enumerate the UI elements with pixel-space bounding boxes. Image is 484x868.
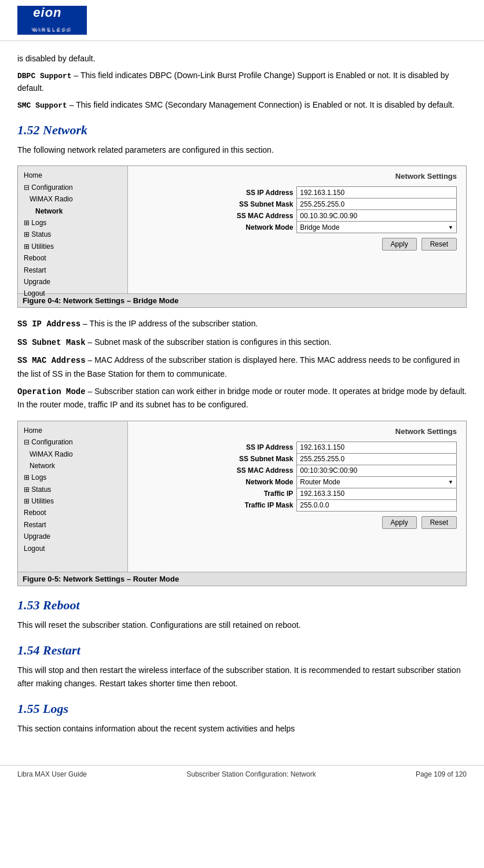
r-traffic-mask-value[interactable]: 255.0.0.0: [297, 499, 457, 511]
section-154-text: This will stop and then restart the wire…: [17, 664, 467, 690]
nav2-logout[interactable]: Logout: [21, 543, 124, 554]
figure-bridge-caption-text: Network Settings: [63, 296, 124, 305]
company-logo: eionWIRELESS: [17, 6, 87, 35]
ss-ip-value[interactable]: 192.163.1.150: [297, 187, 457, 198]
bridge-button-row: Apply Reset: [137, 238, 457, 251]
nav2-network[interactable]: Network: [21, 460, 124, 472]
ss-ip-description: SS IP Address – This is the IP address o…: [17, 317, 467, 330]
router-reset-button[interactable]: Reset: [421, 516, 457, 529]
ss-mac-value[interactable]: 00.10.30.9C.00.90: [297, 210, 457, 222]
figure-router-mode: Home ⊟ Configuration WiMAX Radio Network…: [17, 421, 467, 586]
nav2-utilities[interactable]: ⊞ Utilities: [21, 495, 124, 507]
ss-ip-term: SS IP Address: [17, 319, 80, 329]
ss-subnet-value[interactable]: 255.255.255.0: [297, 198, 457, 210]
ss-ip-label: SS IP Address: [137, 187, 297, 198]
table-row: SS MAC Address 00.10.30.9C.00.90: [137, 210, 457, 222]
r-ss-ip-value[interactable]: 192.163.1.150: [297, 442, 457, 453]
ss-subnet-description: SS Subnet Mask – Subnet mask of the subs…: [17, 336, 467, 349]
r-ss-mac-value[interactable]: 00:10:30:9C:00:90: [297, 465, 457, 476]
nav2-upgrade[interactable]: Upgrade: [21, 531, 124, 542]
page-footer: Libra MAX User Guide Subscriber Station …: [0, 765, 484, 783]
figure-router-caption-text: Network Settings: [63, 575, 124, 583]
disabled-default-text: is disabled by default.: [17, 53, 467, 65]
nav2-restart[interactable]: Restart: [21, 519, 124, 531]
section-152-heading: 1.52 Network: [17, 123, 467, 138]
nav2-reboot[interactable]: Reboot: [21, 507, 124, 518]
nav-home[interactable]: Home: [21, 170, 124, 181]
table-row: SS Subnet Mask 255.255.255.0: [137, 453, 457, 465]
nav-configuration[interactable]: ⊟ Configuration: [21, 182, 124, 193]
nav-wimax-radio[interactable]: WiMAX Radio: [21, 193, 124, 205]
nav2-status[interactable]: ⊞ Status: [21, 484, 124, 495]
network-mode-dropdown[interactable]: Bridge Mode: [297, 222, 457, 233]
r-network-mode-label: Network Mode: [137, 476, 297, 488]
figure-router-sidebar: Home ⊟ Configuration WiMAX Radio Network…: [18, 421, 128, 572]
bridge-reset-button[interactable]: Reset: [421, 238, 457, 251]
table-row: SS Subnet Mask 255.255.255.0: [137, 198, 457, 210]
table-row: Network Mode Router Mode: [137, 476, 457, 488]
ss-mac-label: SS MAC Address: [137, 210, 297, 222]
section-155-text: This section contains information about …: [17, 722, 467, 735]
nav-restart[interactable]: Restart: [21, 264, 124, 276]
figure-bridge-inner: Home ⊟ Configuration WiMAX Radio Network…: [18, 166, 466, 293]
table-row: Traffic IP Mask 255.0.0.0: [137, 499, 457, 511]
footer-left: Libra MAX User Guide: [17, 770, 87, 778]
dbpc-text: – This field indicates DBPC (Down-Link B…: [17, 71, 449, 93]
r-ss-subnet-value[interactable]: 255.255.255.0: [297, 453, 457, 465]
r-ss-subnet-label: SS Subnet Mask: [137, 453, 297, 465]
dbpc-description: DBPC Support – This field indicates DBPC…: [17, 69, 467, 94]
section-152-intro: The following network related parameters…: [17, 144, 467, 156]
smc-term: SMC Support: [17, 101, 67, 110]
table-row: Network Mode Bridge Mode: [137, 222, 457, 233]
nav-utilities[interactable]: ⊞ Utilities: [21, 241, 124, 252]
nav2-wimax-radio[interactable]: WiMAX Radio: [21, 448, 124, 460]
nav2-configuration[interactable]: ⊟ Configuration: [21, 436, 124, 448]
router-button-row: Apply Reset: [137, 516, 457, 529]
nav-status[interactable]: ⊞ Status: [21, 229, 124, 240]
page-content: is disabled by default. DBPC Support – T…: [0, 47, 484, 753]
network-mode-label: Network Mode: [137, 222, 297, 233]
nav-reboot[interactable]: Reboot: [21, 252, 124, 264]
smc-text: – This field indicates SMC (Secondary Ma…: [69, 100, 454, 109]
router-settings-table: SS IP Address 192.163.1.150 SS Subnet Ma…: [137, 442, 457, 512]
figure-router-main: Network Settings SS IP Address 192.163.1…: [128, 421, 466, 572]
router-apply-button[interactable]: Apply: [382, 516, 417, 529]
dbpc-term: DBPC Support: [17, 72, 72, 80]
section-155-heading: 1.55 Logs: [17, 701, 467, 716]
r-traffic-mask-label: Traffic IP Mask: [137, 499, 297, 511]
r-network-mode-dropdown[interactable]: Router Mode: [297, 476, 457, 488]
figure-bridge-mode: Home ⊟ Configuration WiMAX Radio Network…: [17, 165, 467, 308]
table-row: SS IP Address 192.163.1.150: [137, 187, 457, 198]
ss-subnet-term: SS Subnet Mask: [17, 338, 86, 347]
ss-mac-term: SS MAC Address: [17, 356, 86, 365]
figure-bridge-title: Network Settings: [137, 172, 457, 181]
table-row: SS IP Address 192.163.1.150: [137, 442, 457, 453]
figure-bridge-sidebar: Home ⊟ Configuration WiMAX Radio Network…: [18, 166, 128, 293]
op-mode-description: Operation Mode – Subscriber station can …: [17, 385, 467, 411]
section-154-heading: 1.54 Restart: [17, 643, 467, 658]
section-153-text: This will reset the subscriber station. …: [17, 619, 467, 631]
logo-text: eionWIRELESS: [33, 5, 71, 35]
ss-mac-description: SS MAC Address – MAC Address of the subs…: [17, 354, 467, 380]
ss-subnet-desc-text: – Subnet mask of the subscriber station …: [88, 337, 332, 347]
r-ss-mac-label: SS MAC Address: [137, 465, 297, 476]
nav2-logs[interactable]: ⊞ Logs: [21, 472, 124, 483]
bridge-apply-button[interactable]: Apply: [382, 238, 417, 251]
footer-right: Page 109 of 120: [416, 770, 467, 778]
section-153-heading: 1.53 Reboot: [17, 598, 467, 613]
logo-area: eionWIRELESS: [0, 0, 484, 41]
r-traffic-ip-label: Traffic IP: [137, 488, 297, 499]
smc-description: SMC Support – This field indicates SMC (…: [17, 99, 467, 112]
ss-ip-desc-text: – This is the IP address of the subscrib…: [83, 319, 258, 328]
bridge-settings-table: SS IP Address 192.163.1.150 SS Subnet Ma…: [137, 186, 457, 233]
table-row: Traffic IP 192.163.3.150: [137, 488, 457, 499]
nav-network-active[interactable]: Network: [21, 205, 124, 217]
r-traffic-ip-value[interactable]: 192.163.3.150: [297, 488, 457, 499]
nav-logs[interactable]: ⊞ Logs: [21, 217, 124, 229]
nav-upgrade[interactable]: Upgrade: [21, 276, 124, 288]
ss-subnet-label: SS Subnet Mask: [137, 198, 297, 210]
nav2-home[interactable]: Home: [21, 425, 124, 436]
footer-center: Subscriber Station Configuration: Networ…: [186, 770, 316, 778]
figure-router-title: Network Settings: [137, 427, 457, 436]
figure-router-caption: Figure 0-5: Network Settings – Router Mo…: [18, 572, 466, 586]
